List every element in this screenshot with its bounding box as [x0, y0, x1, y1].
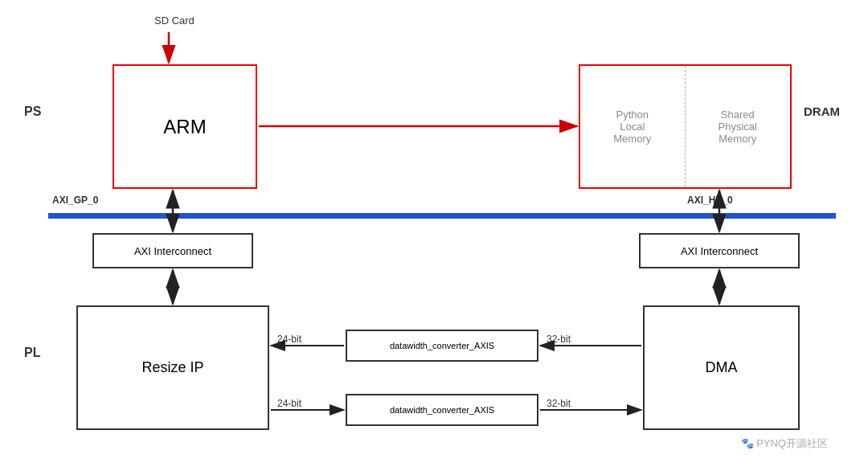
dma-label: DMA: [706, 359, 738, 376]
datawidth-converter-bottom-box: datawidth_converter_AXIS: [346, 394, 538, 426]
axi-interconnect-left-label: AXI Interconnect: [134, 245, 211, 257]
axi-hp-0-label: AXI_HP_0: [687, 195, 733, 206]
axi-gp-0-label: AXI_GP_0: [52, 195, 98, 206]
axi-interconnect-left-box: AXI Interconnect: [92, 233, 253, 268]
dram-label: DRAM: [804, 104, 840, 118]
python-local-memory-section: Python Local Memory: [580, 66, 686, 187]
datawidth-converter-top-label: datawidth_converter_AXIS: [390, 341, 494, 350]
bit-24-top-left-label: 24-bit: [277, 334, 301, 345]
dma-box: DMA: [643, 305, 800, 430]
bit-32-top-right-label: 32-bit: [547, 334, 571, 345]
resize-ip-label: Resize IP: [141, 359, 203, 376]
bit-24-bottom-left-label: 24-bit: [277, 398, 301, 409]
arm-box: ARM: [113, 64, 257, 189]
python-local-memory-label: Python Local Memory: [613, 109, 651, 145]
diagram: SD Card PS PL DRAM ARM Python Local Memo…: [0, 0, 868, 471]
dram-box: Python Local Memory Shared Physical Memo…: [579, 64, 792, 189]
ps-pl-divider: [48, 213, 836, 219]
axi-interconnect-right-label: AXI Interconnect: [681, 245, 758, 257]
sd-card-label: SD Card: [154, 14, 194, 27]
shared-physical-memory-section: Shared Physical Memory: [686, 66, 791, 187]
shared-physical-memory-label: Shared Physical Memory: [719, 109, 757, 145]
pl-label: PL: [24, 346, 40, 360]
bit-32-bottom-right-label: 32-bit: [547, 398, 571, 409]
pynq-watermark: 🐾 PYNQ开源社区: [741, 436, 828, 451]
resize-ip-box: Resize IP: [76, 305, 269, 430]
axi-interconnect-right-box: AXI Interconnect: [639, 233, 800, 268]
datawidth-converter-bottom-label: datawidth_converter_AXIS: [390, 405, 494, 415]
datawidth-converter-top-box: datawidth_converter_AXIS: [346, 330, 538, 362]
ps-label: PS: [24, 104, 41, 119]
arm-label: ARM: [163, 116, 206, 138]
